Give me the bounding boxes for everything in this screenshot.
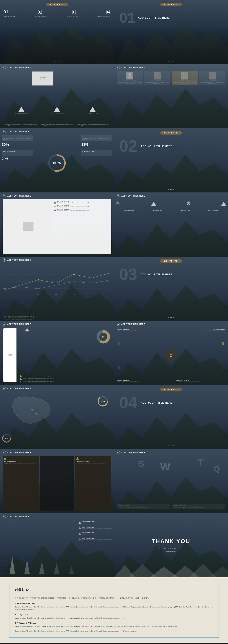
- tri-3: ADD YOUR TITLE HERE: [86, 107, 99, 114]
- row-4: 01 ADD YOUR TITLE HERE ADD YOUR TITLE HE…: [0, 192, 228, 256]
- tri-list: ADD YOUR TITLE HERE Shanghai Ruipu Adver…: [78, 521, 112, 575]
- slide-3: 01 ADD YOUR TITLE HERE BUSINESSLAPTOP AD…: [0, 64, 114, 128]
- row-5: 03 ADD YOUR TITLE HERE: [0, 256, 228, 321]
- row-1: CONTENTS 01 02 03 04: [0, 0, 228, 64]
- swot-card-2: ADD YOUR TITLE HERE Shanghai Ruipu Adver…: [172, 504, 225, 509]
- swot-card-1: ADD YOUR TITLE HERE Shanghai Ruipu Adver…: [117, 504, 170, 509]
- diamond-layout: ⌛ ADD YOUR TITLE HERE Shanghai Ruipu Adv…: [117, 329, 225, 382]
- icon-label-4: ADD YOUR TITLE HERE Shanghai Ruipu Adver…: [200, 210, 225, 213]
- phone-mock: PHONEMOCK: [3, 328, 17, 382]
- svg-marker-40: [24, 560, 30, 574]
- step-1-label: ADD YOUR TITLE HERE: [4, 16, 16, 17]
- svg-text:L2: L2: [20, 294, 21, 295]
- row-10: 카학원 광고 이 자료는 상하이루이푸광고의 제품 소개 자료로써 외부에 공개…: [0, 577, 228, 643]
- dot-a: [168, 60, 169, 62]
- laptop-placeholder: BUSINESSLAPTOP: [32, 71, 54, 86]
- dot-g: [171, 189, 172, 190]
- row-6: 01 ADD YOUR TITLE HERE PHONEMOCK: [0, 321, 228, 385]
- slide-16: 02 ADD YOUR TITLE HERE S W T Q ADD YOUR …: [114, 449, 228, 513]
- dot-5: [60, 60, 61, 62]
- dot-2: [55, 60, 56, 62]
- icon-triangle-1: [151, 202, 156, 206]
- pct-circle-2: 66% TITLE HERE: [97, 396, 109, 408]
- icon-label-2: ADD YOUR TITLE HERE Shanghai Ruipu Adver…: [145, 210, 169, 213]
- content-row-3: ADD YOUR TITLE HERE Shanghai Ruipu Adver…: [54, 209, 110, 211]
- big-title: ADD YOUR TITLE HERE: [138, 16, 170, 19]
- thankyou-center: THANK YOU Designed by NOCRE in 20XX ★★★★…: [152, 538, 190, 553]
- icon-label-1: ADD YOUR TITLE HERE Shanghai Ruipu Adver…: [117, 210, 141, 213]
- doc-section-3: 3. PPTimage & PPTimage: [15, 621, 213, 625]
- contents-badge-3: CONTENTS: [160, 131, 182, 134]
- step-2: 02: [38, 10, 42, 14]
- content-row-2: ADD YOUR TITLE HERE Shanghai Ruipu Adver…: [54, 205, 110, 208]
- doc-body: 1. PPT디자인 & PPT모델 Shanghai Ruipu Adverti…: [15, 602, 213, 632]
- doc-footer-text: Shanghai Ruipu Advertising Co. Ltd is Ch…: [15, 630, 213, 632]
- pct-circle-1: 48% TITLE HERE: [2, 433, 12, 444]
- doc-section-1: 1. PPT디자인 & PPT모델: [15, 602, 213, 605]
- cards-layout: ADD YOUR TITLE HERE Shanghai Ruipu Adver…: [3, 456, 111, 510]
- slide-13: 03 ADD YOUR TITLE HERE: [0, 385, 114, 449]
- svg-point-30: [36, 413, 37, 414]
- slide-13-title: 03 ADD YOUR TITLE HERE: [3, 387, 31, 390]
- svg-text:L3: L3: [38, 294, 39, 295]
- step-4: 04: [106, 10, 110, 14]
- svg-text:L4: L4: [55, 294, 57, 295]
- svg-marker-43: [69, 566, 74, 574]
- slide-17: 03 ADD YOUR TITLE HERE 35 28 24 21 15: [0, 513, 114, 577]
- person-card-2: ADD YOUR TITLE HERE Shanghai Ruipu Adver…: [144, 71, 170, 85]
- dot-m: [168, 446, 169, 446]
- tri-2: ADD YOUR TITLE HERE: [51, 107, 63, 114]
- person-card-3: ADD YOUR TITLE HERE Shanghai Ruipu Adver…: [172, 71, 198, 85]
- slide-14-contents: CONTENTS 04 ADD YOUR TITLE HERE: [114, 385, 228, 449]
- slide-3-title: 01 ADD YOUR TITLE HERE: [3, 66, 31, 69]
- svg-text:L1: L1: [3, 294, 4, 295]
- row-8: 01 ADD YOUR TITLE HERE ADD YOUR TITLE HE…: [0, 449, 228, 513]
- svg-point-29: [31, 409, 33, 410]
- slide-15-title: 01 ADD YOUR TITLE HERE: [3, 451, 31, 454]
- svg-marker-41: [39, 562, 44, 574]
- slide-12: 02 ADD YOUR TITLE HERE ⌛ ADD YOUR TITLE …: [114, 321, 228, 385]
- dot-h: [173, 189, 174, 190]
- big-num: 01: [119, 11, 135, 25]
- dot-f: [170, 189, 171, 190]
- dot-n: [170, 446, 171, 446]
- slide-7: 01 ADD YOUR TITLE HERE ADD YOUR TITLE HE…: [0, 192, 114, 256]
- contents-badge-1: CONTENTS: [46, 3, 68, 6]
- card-2: 👤: [40, 456, 74, 510]
- card-3: ADD YOUR TITLE HERE Shanghai Ruipu Adver…: [75, 456, 111, 510]
- svg-marker-42: [54, 563, 59, 574]
- dot-i: [168, 317, 169, 318]
- dot-e: [168, 189, 169, 190]
- slide-8: 02 ADD YOUR TITLE HERE 🔍 ⏻: [114, 192, 228, 256]
- slide-6-contents: CONTENTS 02 ADD YOUR TITLE HERE: [114, 128, 228, 192]
- contents3-title: ADD YOUR TITLE HERE: [141, 273, 172, 276]
- step-2-label: ADD YOUR TITLE HERE: [35, 16, 48, 17]
- step-4-label: ADD YOUR TITLE HERE: [98, 16, 110, 17]
- diamond-item-4: ADD YOUR TITLE HERE Shanghai Ruipu Adver…: [176, 380, 226, 382]
- slide-18-thankyou: THANK YOU Designed by NOCRE in 20XX ★★★★…: [114, 513, 228, 577]
- dot-1: [54, 60, 54, 62]
- row-9: 03 ADD YOUR TITLE HERE 35 28 24 21 15: [0, 513, 228, 577]
- line-chart: L1 L2 L3 L4 L5: [3, 264, 111, 296]
- map-area: 48% TITLE HERE 66% TITLE HERE: [2, 392, 112, 446]
- slide-1-contents: CONTENTS 01 02 03 04: [0, 0, 114, 64]
- bar-chart: 35 28 24 21 15: [2, 520, 78, 574]
- right-side: 36% 54% Shanghai Ruipu Advertising Co. L…: [20, 328, 112, 382]
- doc-section-3-text: Shanghai Ruipu Advertising Co. Ltd is Ch…: [15, 625, 213, 628]
- step-3: 03: [72, 10, 76, 14]
- person-card-1: ADD YOUR TITLE HERE Shanghai Ruipu Adver…: [117, 71, 143, 85]
- row-2: 01 ADD YOUR TITLE HERE BUSINESSLAPTOP AD…: [0, 64, 228, 128]
- image-placeholder: [4, 201, 52, 252]
- slide-9: 03 ADD YOUR TITLE HERE: [0, 256, 114, 321]
- doc-section-2-text: Shanghai Ruipu Advertising Co. Ltd is Ch…: [15, 617, 213, 620]
- slide-8-title: 02 ADD YOUR TITLE HERE: [117, 194, 145, 198]
- card-1: ADD YOUR TITLE HERE Shanghai Ruipu Adver…: [3, 456, 39, 510]
- slide-7-title: 01 ADD YOUR TITLE HERE: [3, 194, 31, 198]
- diamond-item-2: ADD YOUR TITLE HERE Shanghai Ruipu Adver…: [176, 329, 226, 331]
- dot-l: [173, 317, 174, 318]
- contents-badge-2: CONTENTS: [160, 3, 182, 6]
- doc-section-2: 2. 디자인 서비스: [15, 613, 213, 616]
- slide-12-title: 02 ADD YOUR TITLE HERE: [117, 322, 145, 326]
- dot-c: [171, 60, 172, 62]
- svg-text:L5: L5: [73, 294, 75, 295]
